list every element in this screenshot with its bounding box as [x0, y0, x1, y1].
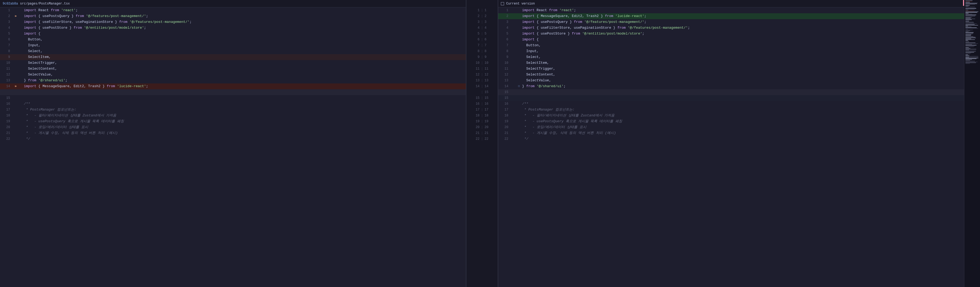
left-code-area[interactable]: 1 import React from 'react'; 2 » import … [0, 8, 466, 287]
code-line: 18 * - 필터/페이지네이션 상태를 Zustand에서 가져옴 [0, 113, 466, 118]
minimap-line [966, 3, 977, 4]
center-right-num: 15 [484, 95, 491, 101]
current-version-checkbox[interactable] [501, 2, 504, 5]
line-number: 13 [498, 78, 511, 83]
right-pane: Current version 1 import React from 'rea… [498, 0, 964, 287]
code-line: 10 SelectTrigger, [0, 60, 466, 66]
minimap-line [966, 12, 977, 13]
center-left-num: 11 [473, 66, 480, 72]
minimap-line [966, 57, 978, 58]
minimap-line [966, 11, 974, 11]
line-code: Button, [23, 37, 466, 43]
line-number: 21 [0, 130, 13, 136]
line-number: 1 [498, 8, 511, 13]
code-line: 2 » import { usePostsQuery } from '@/fea… [0, 13, 466, 19]
minimap-line [966, 54, 970, 54]
line-code: SelectTrigger, [23, 60, 466, 66]
line-code [23, 95, 466, 101]
code-line: 5 import { usePostStore } from '@/entiti… [498, 31, 964, 37]
code-line: 3 import { usePostsQuery } from '@/featu… [498, 19, 964, 25]
code-line: 6 import { [498, 37, 964, 43]
minimap-line [966, 55, 969, 56]
left-commit-hash: 9c02ab8a [3, 2, 18, 6]
minimap-line [966, 4, 975, 5]
line-code: * - 필터/페이지네이션 상태를 Zustand에서 가져옴 [521, 113, 964, 118]
center-left-num: 17 [473, 107, 480, 113]
line-code: */ [521, 136, 964, 142]
code-line: 16 /** [498, 101, 964, 107]
line-code: Select, [23, 48, 466, 54]
line-code: * - 로딩/에러/데이터 상태를 표시 [521, 124, 964, 130]
minimap-line [966, 30, 973, 30]
code-line: 11 SelectTrigger, [498, 66, 964, 72]
current-version-label: Current version [506, 2, 535, 6]
minimap-line [966, 47, 969, 48]
center-right-num: 16 [484, 101, 491, 107]
line-number: 16 [498, 101, 511, 107]
minimap-line [966, 37, 975, 37]
line-code: Select, [521, 54, 964, 60]
code-line: 19 * - usePostsQuery 혹으로 게시물 목록 데이터를 페칭 [498, 118, 964, 124]
line-number: 17 [0, 107, 13, 113]
error-indicator [963, 0, 964, 6]
minimap-line [966, 59, 972, 60]
line-code: * - 필터/페이지네이션 상태를 Zustand에서 가져옴 [23, 113, 466, 118]
line-code: SelectValue, [23, 72, 466, 78]
center-left-num: 9 [473, 54, 480, 60]
line-code: Input, [521, 48, 964, 54]
minimap-line [966, 63, 970, 64]
minimap-line [966, 25, 978, 26]
minimap-line [966, 52, 974, 53]
minimap-line [966, 39, 975, 40]
minimap-line [966, 30, 970, 31]
code-line: 22 */ [0, 136, 466, 142]
center-left-num: 16 [473, 101, 480, 107]
center-left-num: 20 [473, 124, 480, 130]
code-line: 21 * - 게시물 수정, 삭제 등의 액션 버튼 처리 (예시) [498, 130, 964, 136]
center-right-num: 2 [484, 13, 491, 19]
center-left-num: 12 [473, 72, 480, 78]
minimap-line [966, 0, 972, 1]
line-code: import { MessageSquare, Edit2, Trash2 } … [521, 13, 964, 19]
code-line: 3 import { useFilterStore, usePagination… [0, 19, 466, 25]
line-number: 13 [0, 78, 13, 83]
code-line: 17 * PostsManager 컴포넌트는: [498, 107, 964, 113]
line-code: import { MessageSquare, Edit2, Trash2 } … [23, 83, 466, 89]
minimap-line [966, 5, 970, 6]
center-divider: 1 | 1 2 | 2 3 | 3 4 | 4 5 | 5 6 | 6 7 | … [466, 0, 498, 287]
minimap-line [966, 14, 976, 15]
center-right-num: 8 [484, 48, 491, 54]
code-line: 12 SelectValue, [0, 72, 466, 78]
minimap-line [966, 57, 969, 57]
line-code: Button, [521, 43, 964, 48]
line-code: * - 게시물 수정, 삭제 등의 액션 버튼 처리 (예시) [23, 130, 466, 136]
line-code: import React from 'react'; [521, 8, 964, 13]
minimap-line [966, 15, 975, 16]
line-number: 2 [0, 13, 13, 19]
line-number: 19 [498, 118, 511, 124]
minimap-line [966, 44, 972, 45]
code-line: 5 import { [0, 31, 466, 37]
line-code [521, 89, 964, 95]
minimap-line [966, 27, 977, 28]
code-line: 9 Select, [498, 54, 964, 60]
code-line [0, 89, 466, 95]
line-code: } from '@/shared/ui'; [23, 78, 466, 83]
center-left-num: 18 [473, 113, 480, 118]
line-code: import React from 'react'; [23, 8, 466, 13]
center-left-num: 1 [473, 8, 480, 13]
line-number: 11 [498, 66, 511, 72]
code-line: 13 SelectValue, [498, 78, 964, 83]
code-line: 16 /** [0, 101, 466, 107]
code-line: 11 SelectContent, [0, 66, 466, 72]
minimap-line [966, 59, 977, 59]
line-number: 7 [498, 43, 511, 48]
minimap-line [966, 29, 968, 29]
line-code: SelectContent, [23, 66, 466, 72]
line-number: 8 [498, 48, 511, 54]
minimap-line [966, 51, 976, 52]
right-code-area[interactable]: 1 import React from 'react'; 2 import { … [498, 8, 964, 287]
minimap-line [966, 26, 968, 26]
line-number: 14 [498, 83, 511, 89]
left-pane: 9c02ab8a src/pages/PostsManager.tsx 1 im… [0, 0, 466, 287]
